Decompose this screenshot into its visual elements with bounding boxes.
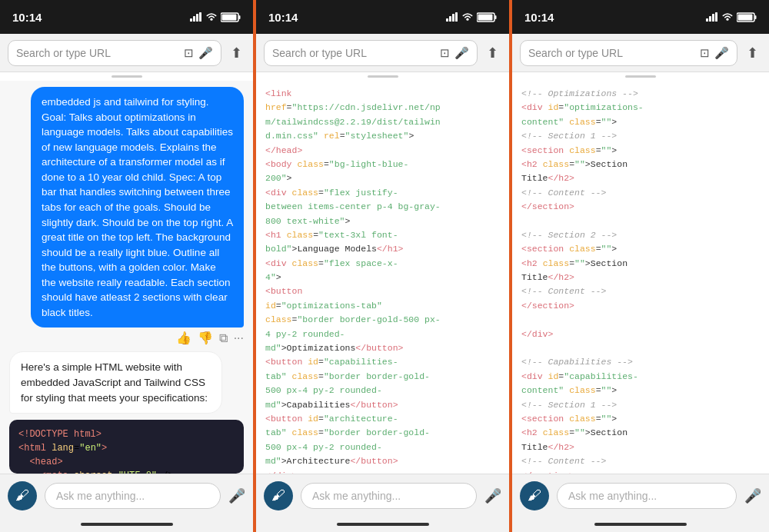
svg-rect-9 bbox=[449, 16, 451, 22]
wifi-icon-1 bbox=[205, 12, 218, 22]
code-line: <section class=""> bbox=[521, 144, 760, 158]
code-line: <h2 class="">Section bbox=[521, 257, 760, 271]
user-bubble-1: embedded js and tailwind for styling. Go… bbox=[31, 87, 244, 328]
scan-icon-2[interactable]: ⊡ bbox=[440, 46, 450, 60]
status-time-3: 10:14 bbox=[524, 11, 554, 24]
mic-button-3[interactable]: 🎤 bbox=[744, 487, 761, 504]
mic-button-2[interactable]: 🎤 bbox=[484, 487, 501, 504]
code-line: tab" class="border border-gold- bbox=[265, 426, 500, 440]
code-line: Title</h2> bbox=[521, 441, 760, 454]
ask-input-2[interactable]: Ask me anything... bbox=[301, 483, 477, 509]
svg-rect-6 bbox=[239, 15, 241, 19]
bubble-actions-1: 👍 👎 ⧉ ··· bbox=[0, 331, 244, 345]
code-line: tab" class="border border-gold- bbox=[265, 370, 500, 384]
brush-button-3[interactable]: 🖌 bbox=[520, 481, 549, 510]
thumb-up-icon[interactable]: 👍 bbox=[176, 331, 191, 345]
scroll-handle-2 bbox=[368, 75, 398, 78]
thumb-down-icon[interactable]: 👎 bbox=[198, 331, 213, 345]
home-bar-2 bbox=[337, 523, 429, 526]
url-field-2[interactable]: Search or type URL ⊡ 🎤 bbox=[264, 40, 478, 66]
code-line: md">Capabilities</button> bbox=[265, 398, 500, 412]
code-content-2: <link href="https://cdn.jsdelivr.net/np … bbox=[256, 81, 509, 474]
svg-rect-1 bbox=[193, 16, 195, 22]
svg-rect-19 bbox=[715, 12, 717, 22]
brush-button-1[interactable]: 🖌 bbox=[8, 481, 37, 510]
brush-button-2[interactable]: 🖌 bbox=[264, 481, 293, 510]
code-line: <!-- Section 1 --> bbox=[521, 398, 760, 412]
code-line: <div id="capabilities- bbox=[521, 370, 760, 384]
url-field-1[interactable]: Search or type URL ⊡ 🎤 bbox=[8, 40, 221, 66]
code-line: <section class=""> bbox=[521, 242, 760, 256]
code-line: <!-- Content --> bbox=[521, 454, 760, 468]
bottom-bar-2: 🖌 Ask me anything... 🎤 bbox=[256, 474, 509, 517]
code-line bbox=[521, 341, 760, 355]
code-line: <h2 class="">Section bbox=[521, 158, 760, 171]
svg-rect-10 bbox=[452, 14, 454, 22]
bottom-bar-3: 🖌 Ask me anything... 🎤 bbox=[512, 474, 769, 517]
home-bar-3 bbox=[594, 523, 687, 526]
more-icon[interactable]: ··· bbox=[234, 331, 244, 345]
mic-icon-1[interactable]: 🎤 bbox=[198, 46, 213, 60]
code-line: <h1 class="text-3xl font- bbox=[265, 228, 500, 242]
code-panel-2: <link href="https://cdn.jsdelivr.net/np … bbox=[265, 87, 500, 474]
svg-rect-8 bbox=[446, 18, 448, 22]
ask-input-3[interactable]: Ask me anything... bbox=[557, 483, 737, 509]
share-button-1[interactable]: ⬆ bbox=[228, 42, 245, 65]
home-bar-1 bbox=[81, 523, 173, 526]
content-area-3: <!-- Optimizations --> <div id="optimiza… bbox=[512, 81, 769, 474]
copy-icon[interactable]: ⧉ bbox=[219, 331, 228, 345]
mic-button-1[interactable]: 🎤 bbox=[228, 487, 245, 504]
url-bar-3: Search or type URL ⊡ 🎤 ⬆ bbox=[512, 34, 769, 72]
ask-input-1[interactable]: Ask me anything... bbox=[45, 483, 221, 509]
status-center-2 bbox=[446, 12, 497, 22]
mic-icon-3[interactable]: 🎤 bbox=[714, 46, 729, 60]
brush-icon-3: 🖌 bbox=[528, 487, 541, 504]
user-bubble-text-1: embedded js and tailwind for styling. Go… bbox=[42, 96, 233, 318]
home-indicator-3 bbox=[512, 517, 769, 532]
brush-icon-1: 🖌 bbox=[15, 487, 29, 504]
code-line: <div id="optimizations- bbox=[521, 101, 760, 115]
code-line: <!-- Content --> bbox=[521, 284, 760, 298]
battery-icon-1 bbox=[221, 12, 241, 22]
code-line: </div> bbox=[265, 469, 500, 474]
scan-icon-3[interactable]: ⊡ bbox=[700, 46, 710, 60]
url-text-2: Search or type URL bbox=[272, 47, 435, 59]
svg-rect-14 bbox=[495, 15, 497, 19]
code-line: <h2 class="">Section bbox=[521, 426, 760, 440]
svg-rect-16 bbox=[706, 18, 708, 22]
code-line: 200"> bbox=[265, 171, 500, 185]
code-line: md">Optimizations</button> bbox=[265, 341, 500, 355]
code-line: d.min.css" rel="stylesheet"> bbox=[265, 129, 500, 143]
home-indicator-2 bbox=[256, 517, 509, 532]
mic-icon-2[interactable]: 🎤 bbox=[454, 46, 469, 60]
url-text-3: Search or type URL bbox=[528, 47, 695, 59]
url-text-1: Search or type URL bbox=[16, 47, 179, 59]
svg-point-20 bbox=[726, 18, 728, 21]
status-time-1: 10:14 bbox=[12, 11, 42, 24]
share-button-2[interactable]: ⬆ bbox=[484, 42, 501, 65]
code-line: <button id="architecture- bbox=[265, 412, 500, 426]
status-bar-3: 10:14 bbox=[512, 0, 769, 34]
ask-placeholder-2: Ask me anything... bbox=[312, 490, 401, 502]
code-line: <body class="bg-light-blue- bbox=[265, 158, 500, 171]
chat-content-1: embedded js and tailwind for styling. Go… bbox=[0, 81, 253, 474]
url-bar-2: Search or type URL ⊡ 🎤 ⬆ bbox=[256, 34, 509, 72]
content-area-1: embedded js and tailwind for styling. Go… bbox=[0, 81, 253, 474]
code-line: </section> bbox=[521, 200, 760, 214]
code-line: <!-- Optimizations --> bbox=[521, 87, 760, 101]
code-line: <button bbox=[265, 284, 500, 298]
svg-rect-15 bbox=[478, 14, 493, 20]
scroll-handle-1 bbox=[112, 75, 142, 78]
share-button-3[interactable]: ⬆ bbox=[744, 42, 761, 65]
svg-rect-23 bbox=[738, 14, 753, 20]
scan-icon-1[interactable]: ⊡ bbox=[184, 46, 194, 60]
code-line: content" class=""> bbox=[521, 115, 760, 129]
code-block-1: <!DOCTYPE html> <html lang="en"> <head> … bbox=[9, 420, 244, 474]
code-line: Title</h2> bbox=[521, 271, 760, 284]
code-line: 800 text-white"> bbox=[265, 214, 500, 228]
code-panel-3: <!-- Optimizations --> <div id="optimiza… bbox=[521, 87, 760, 474]
url-field-3[interactable]: Search or type URL ⊡ 🎤 bbox=[520, 40, 737, 66]
status-center-3 bbox=[706, 12, 757, 22]
code-line: </div> bbox=[521, 328, 760, 341]
code-line: 500 px-4 py-2 rounded- bbox=[265, 441, 500, 454]
